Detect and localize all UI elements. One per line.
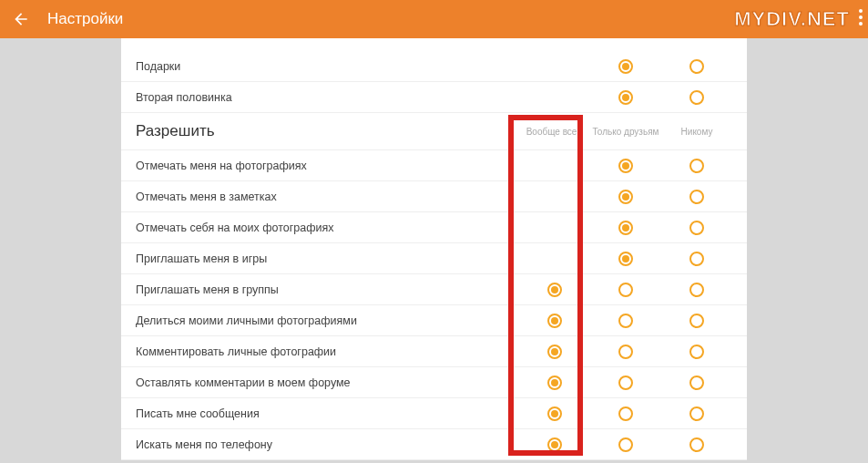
overflow-menu-button[interactable] (859, 9, 863, 26)
row-label: Подарки (136, 60, 590, 73)
row-label: Искать меня по телефону (136, 438, 519, 451)
radio-option[interactable] (618, 406, 633, 421)
settings-row: Писать мне сообщения (121, 398, 747, 429)
radio-cell (661, 159, 732, 173)
radio-option[interactable] (547, 437, 562, 452)
radio-cell (661, 283, 732, 297)
settings-row: Отмечать себя на моих фотографиях (121, 212, 747, 243)
app-header: Настройки MYDIV.NET (0, 0, 868, 38)
radio-cell (519, 314, 590, 328)
radio-cell (661, 406, 732, 421)
radio-option[interactable] (618, 190, 633, 204)
radio-cell (590, 314, 661, 328)
settings-row: Искать меня по телефону (121, 429, 747, 460)
settings-panel: ПодаркиВторая половинка Разрешить Вообще… (121, 38, 747, 460)
radio-option[interactable] (689, 283, 704, 297)
settings-row: Оставлять комментарии в моем форуме (121, 367, 747, 398)
radio-option[interactable] (689, 437, 704, 452)
radio-cell (590, 190, 661, 204)
radio-cell (661, 90, 732, 105)
radio-option[interactable] (618, 283, 633, 297)
radio-option[interactable] (689, 314, 704, 328)
radio-option[interactable] (689, 376, 704, 390)
radio-cell (590, 437, 661, 452)
radio-cell (661, 59, 732, 74)
radio-option[interactable] (689, 90, 704, 105)
page-title: Настройки (47, 10, 123, 28)
radio-cell (590, 406, 661, 421)
radio-cell (661, 376, 732, 390)
radio-cell (661, 221, 732, 235)
radio-cell (661, 252, 732, 266)
radio-cell (519, 376, 590, 390)
radio-option[interactable] (618, 345, 633, 359)
row-label: Отмечать меня на фотографиях (136, 159, 519, 172)
radio-option[interactable] (689, 252, 704, 266)
radio-option[interactable] (547, 314, 562, 328)
radio-cell (661, 314, 732, 328)
radio-option[interactable] (618, 159, 633, 173)
radio-option[interactable] (618, 90, 633, 105)
settings-row: Отмечать меня в заметках (121, 181, 747, 212)
row-label: Делиться моими личными фотографиями (136, 314, 519, 327)
radio-option[interactable] (547, 345, 562, 359)
radio-cell (590, 159, 661, 173)
settings-row: Комментировать личные фотографии (121, 336, 747, 367)
radio-option[interactable] (689, 59, 704, 74)
section-title: Разрешить (136, 122, 519, 140)
radio-cell (590, 221, 661, 235)
radio-cell (519, 221, 590, 235)
radio-cell (519, 159, 590, 173)
radio-cell (661, 190, 732, 204)
arrow-left-icon (12, 10, 30, 28)
row-label: Писать мне сообщения (136, 407, 519, 420)
column-header-friends: Только друзьям (590, 127, 661, 137)
radio-cell (519, 437, 590, 452)
radio-option[interactable] (618, 252, 633, 266)
radio-option[interactable] (618, 221, 633, 235)
radio-option[interactable] (618, 59, 633, 74)
radio-cell (519, 345, 590, 359)
section-allow-header: Разрешить Вообще всем Только друзьям Ник… (121, 113, 747, 150)
column-header-all: Вообще всем (519, 127, 590, 137)
radio-option[interactable] (689, 406, 704, 421)
radio-option[interactable] (689, 190, 704, 204)
radio-cell (590, 283, 661, 297)
row-label: Отмечать себя на моих фотографиях (136, 221, 519, 234)
row-label: Приглашать меня в игры (136, 252, 519, 265)
radio-option[interactable] (618, 437, 633, 452)
radio-option[interactable] (618, 314, 633, 328)
row-label: Вторая половинка (136, 91, 590, 104)
radio-option[interactable] (547, 406, 562, 421)
radio-option[interactable] (618, 376, 633, 390)
radio-cell (590, 90, 661, 105)
back-button[interactable] (11, 9, 31, 29)
radio-cell (519, 283, 590, 297)
row-label: Приглашать меня в группы (136, 283, 519, 296)
radio-cell (661, 345, 732, 359)
radio-option[interactable] (689, 221, 704, 235)
radio-cell (519, 190, 590, 204)
row-label: Отмечать меня в заметках (136, 190, 519, 203)
radio-option[interactable] (689, 159, 704, 173)
column-header-nobody: Никому (661, 127, 732, 137)
settings-row: Отмечать меня на фотографиях (121, 150, 747, 181)
settings-row: Приглашать меня в игры (121, 243, 747, 274)
row-label: Оставлять комментарии в моем форуме (136, 376, 519, 389)
settings-row: Приглашать меня в группы (121, 274, 747, 305)
settings-row: Подарки (121, 51, 747, 82)
radio-cell (590, 376, 661, 390)
row-label: Комментировать личные фотографии (136, 345, 519, 358)
radio-option[interactable] (689, 345, 704, 359)
brand-logo: MYDIV.NET (734, 7, 850, 31)
radio-cell (590, 252, 661, 266)
radio-option[interactable] (547, 283, 562, 297)
radio-cell (590, 345, 661, 359)
radio-cell (661, 437, 732, 452)
radio-cell (590, 59, 661, 74)
radio-option[interactable] (547, 376, 562, 390)
settings-row: Вторая половинка (121, 82, 747, 113)
settings-row: Делиться моими личными фотографиями (121, 305, 747, 336)
radio-cell (519, 252, 590, 266)
radio-cell (519, 406, 590, 421)
